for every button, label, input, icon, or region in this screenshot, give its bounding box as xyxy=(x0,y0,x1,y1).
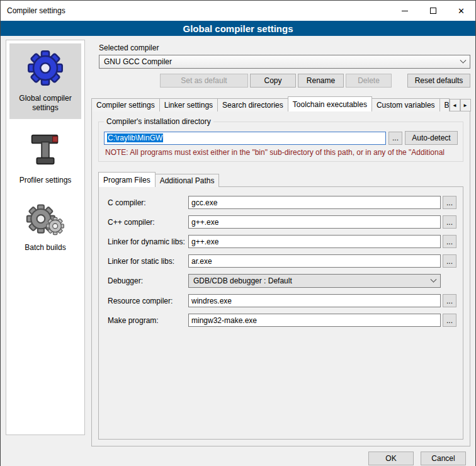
browse-static-linker-button[interactable]: ... xyxy=(443,254,456,268)
close-icon: ✕ xyxy=(458,7,465,15)
field-row-cpp-compiler: C++ compiler: ... xyxy=(108,215,456,229)
set-as-default-button[interactable]: Set as default xyxy=(160,74,248,88)
cpp-compiler-input[interactable] xyxy=(188,215,441,229)
installation-directory-group-title: Compiler's installation directory xyxy=(104,117,213,126)
content-row: Global compiler settings Profiler settin… xyxy=(6,40,470,446)
debugger-select[interactable]: GDB/CDB debugger : Default xyxy=(188,274,441,288)
chevron-down-icon xyxy=(431,276,437,282)
install-dir-selected-text: C:\raylib\MinGW xyxy=(107,134,163,142)
minimize-button[interactable] xyxy=(390,1,419,21)
rename-button[interactable]: Rename xyxy=(298,74,344,88)
static-linker-input[interactable] xyxy=(188,254,441,268)
field-label: Debugger: xyxy=(108,276,188,285)
title-bar: Compiler settings ✕ xyxy=(1,1,475,21)
minimize-icon xyxy=(402,11,408,11)
sidebar-item-profiler-settings[interactable]: Profiler settings xyxy=(9,125,81,191)
maximize-icon xyxy=(430,8,436,14)
program-files-tab-strip: Program Files Additional Paths xyxy=(98,172,463,187)
sidebar-item-label: Batch builds xyxy=(25,243,65,253)
cancel-button[interactable]: Cancel xyxy=(421,452,466,465)
install-dir-input[interactable]: C:\raylib\MinGW xyxy=(104,132,386,145)
make-program-input[interactable] xyxy=(188,314,441,327)
tab-compiler-settings[interactable]: Compiler settings xyxy=(91,98,160,111)
field-row-static-linker: Linker for static libs: ... xyxy=(108,254,456,268)
compiler-select[interactable]: GNU GCC Compiler xyxy=(99,55,470,69)
debugger-select-value: GDB/CDB debugger : Default xyxy=(193,276,292,285)
tab-search-directories[interactable]: Search directories xyxy=(217,98,288,111)
chevron-down-icon xyxy=(460,57,467,63)
field-label: Make program: xyxy=(108,316,188,325)
dialog-header: Global compiler settings xyxy=(1,21,475,36)
window-title: Compiler settings xyxy=(7,6,65,15)
sidebar-item-label: Profiler settings xyxy=(20,176,72,185)
copy-button[interactable]: Copy xyxy=(250,74,296,88)
field-row-debugger: Debugger: GDB/CDB debugger : Default xyxy=(108,274,456,288)
dynamic-linker-input[interactable] xyxy=(188,235,441,248)
note-text: NOTE: All programs must exist either in … xyxy=(105,148,458,157)
compiler-buttons: Set as default Copy Rename Delete Reset … xyxy=(99,74,470,88)
subtab-additional-paths[interactable]: Additional Paths xyxy=(155,174,220,187)
installation-directory-row: C:\raylib\MinGW ... Auto-detect xyxy=(104,131,458,145)
field-row-c-compiler: C compiler: ... xyxy=(108,196,456,209)
tab-linker-settings[interactable]: Linker settings xyxy=(159,98,218,111)
field-label: Linker for static libs: xyxy=(108,257,188,266)
arrow-left-icon: ◄ xyxy=(452,103,457,108)
c-compiler-input[interactable] xyxy=(188,196,441,209)
installation-directory-group: Compiler's installation directory C:\ray… xyxy=(98,122,463,162)
gear-icon xyxy=(26,48,65,88)
browse-c-compiler-button[interactable]: ... xyxy=(443,196,456,209)
tab-toolchain-executables[interactable]: Toolchain executables xyxy=(288,96,372,111)
tab-scroll-right-button[interactable]: ► xyxy=(460,99,471,111)
field-row-dynamic-linker: Linker for dynamic libs: ... xyxy=(108,235,456,248)
field-label: Resource compiler: xyxy=(108,297,188,305)
sidebar-item-batch-builds[interactable]: Batch builds xyxy=(9,198,81,259)
browse-install-dir-button[interactable]: ... xyxy=(388,132,402,145)
program-files-panel: C compiler: ... C++ compiler: ... Linker… xyxy=(98,186,463,440)
arrow-right-icon: ► xyxy=(463,103,468,108)
field-row-resource-compiler: Resource compiler: ... xyxy=(108,294,456,307)
field-label: C++ compiler: xyxy=(108,218,188,227)
close-button[interactable]: ✕ xyxy=(447,1,475,21)
compiler-settings-window: Compiler settings ✕ Global compiler sett… xyxy=(0,0,476,466)
browse-resource-compiler-button[interactable]: ... xyxy=(443,294,456,307)
tab-scroll-left-button[interactable]: ◄ xyxy=(450,99,460,111)
settings-tab-strip: Compiler settings Linker settings Search… xyxy=(91,96,470,111)
browse-cpp-compiler-button[interactable]: ... xyxy=(443,215,456,229)
ok-button[interactable]: OK xyxy=(368,452,414,465)
tab-build-options[interactable]: Buil xyxy=(439,98,450,111)
main-panel: Selected compiler GNU GCC Compiler Set a… xyxy=(91,40,470,446)
browse-make-program-button[interactable]: ... xyxy=(443,314,456,327)
settings-sidebar: Global compiler settings Profiler settin… xyxy=(6,40,85,435)
toolchain-executables-panel: Compiler's installation directory C:\ray… xyxy=(91,111,470,446)
sidebar-item-label: Global compiler settings xyxy=(11,94,80,113)
resource-compiler-input[interactable] xyxy=(188,294,441,307)
browse-dynamic-linker-button[interactable]: ... xyxy=(443,235,456,248)
sidebar-item-global-compiler-settings[interactable]: Global compiler settings xyxy=(9,43,81,119)
field-row-make-program: Make program: ... xyxy=(108,314,456,327)
compiler-select-value: GNU GCC Compiler xyxy=(104,57,172,66)
selected-compiler-label: Selected compiler xyxy=(99,43,470,52)
maximize-button[interactable] xyxy=(419,1,447,21)
dialog-footer: OK Cancel xyxy=(6,446,470,466)
delete-button[interactable]: Delete xyxy=(346,74,392,88)
auto-detect-button[interactable]: Auto-detect xyxy=(405,131,458,145)
batch-builds-icon xyxy=(25,203,66,237)
subtab-program-files[interactable]: Program Files xyxy=(98,172,156,187)
field-label: Linker for dynamic libs: xyxy=(108,237,188,246)
reset-defaults-button[interactable]: Reset defaults xyxy=(407,74,470,88)
profiler-icon xyxy=(26,130,65,169)
field-label: C compiler: xyxy=(108,198,188,207)
tab-scroll-buttons: ◄ ► xyxy=(450,99,471,111)
tab-custom-variables[interactable]: Custom variables xyxy=(371,98,440,111)
caption-buttons: ✕ xyxy=(390,1,475,21)
dialog-body: Global compiler settings Profiler settin… xyxy=(1,36,475,466)
